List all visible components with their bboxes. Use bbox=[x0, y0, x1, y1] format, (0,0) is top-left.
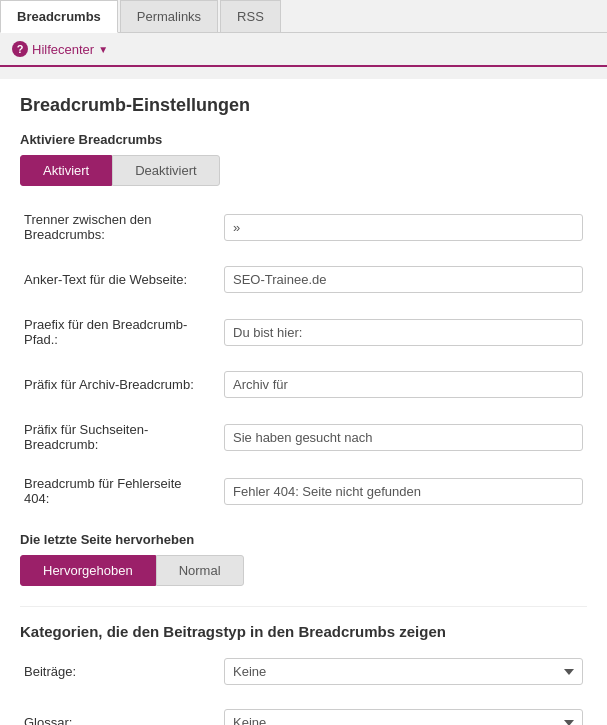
glossar-select[interactable]: Keine bbox=[224, 709, 583, 725]
categories-section: Kategorien, die den Beitragstyp in den B… bbox=[20, 606, 587, 725]
chevron-down-icon: ▼ bbox=[98, 44, 108, 55]
category-label-glossar: Glossar: bbox=[20, 703, 220, 725]
tab-permalinks[interactable]: Permalinks bbox=[120, 0, 218, 32]
highlight-label: Die letzte Seite hervorheben bbox=[20, 532, 587, 547]
activate-toggle-group: Aktiviert Deaktiviert bbox=[20, 155, 587, 186]
activate-off-button[interactable]: Deaktiviert bbox=[112, 155, 219, 186]
beitraege-select-wrapper: Keine bbox=[224, 658, 583, 685]
section-title: Breadcrumb-Einstellungen bbox=[20, 95, 587, 116]
accent-divider bbox=[0, 65, 607, 67]
highlight-toggle-group: Hervorgehoben Normal bbox=[20, 555, 587, 586]
table-row: Präfix für Suchseiten-Breadcrumb: bbox=[20, 416, 587, 458]
table-row: Glossar: Keine bbox=[20, 703, 587, 725]
activate-on-button[interactable]: Aktiviert bbox=[20, 155, 112, 186]
tabs-bar: Breadcrumbs Permalinks RSS bbox=[0, 0, 607, 33]
table-row: Präfix für Archiv-Breadcrumb: bbox=[20, 365, 587, 404]
table-row: Praefix für den Breadcrumb-Pfad.: bbox=[20, 311, 587, 353]
input-praefix-archiv[interactable] bbox=[224, 371, 583, 398]
beitraege-select[interactable]: Keine bbox=[224, 658, 583, 685]
question-icon: ? bbox=[12, 41, 28, 57]
input-anker[interactable] bbox=[224, 266, 583, 293]
tab-breadcrumbs[interactable]: Breadcrumbs bbox=[0, 0, 118, 33]
categories-table: Beiträge: Keine Glossar: Keine bbox=[20, 652, 587, 725]
help-center-bar[interactable]: ? Hilfecenter ▼ bbox=[0, 33, 607, 65]
activate-label: Aktiviere Breadcrumbs bbox=[20, 132, 587, 147]
tab-rss[interactable]: RSS bbox=[220, 0, 281, 32]
field-label-trenner: Trenner zwischen den Breadcrumbs: bbox=[20, 206, 220, 248]
table-row: Beiträge: Keine bbox=[20, 652, 587, 691]
help-label: Hilfecenter bbox=[32, 42, 94, 57]
field-label-anker: Anker-Text für die Webseite: bbox=[20, 260, 220, 299]
table-row: Anker-Text für die Webseite: bbox=[20, 260, 587, 299]
input-trenner[interactable] bbox=[224, 214, 583, 241]
highlight-on-button[interactable]: Hervorgehoben bbox=[20, 555, 156, 586]
input-praefix-pfad[interactable] bbox=[224, 319, 583, 346]
breadcrumb-fields-table: Trenner zwischen den Breadcrumbs: Anker-… bbox=[20, 206, 587, 512]
highlight-off-button[interactable]: Normal bbox=[156, 555, 244, 586]
highlight-section: Die letzte Seite hervorheben Hervorgehob… bbox=[20, 532, 587, 586]
main-content: Breadcrumb-Einstellungen Aktiviere Bread… bbox=[0, 79, 607, 725]
field-label-praefix-archiv: Präfix für Archiv-Breadcrumb: bbox=[20, 365, 220, 404]
input-404[interactable] bbox=[224, 478, 583, 505]
category-label-beitraege: Beiträge: bbox=[20, 652, 220, 691]
field-label-404: Breadcrumb für Fehlerseite 404: bbox=[20, 470, 220, 512]
input-praefix-suche[interactable] bbox=[224, 424, 583, 451]
field-label-praefix-pfad: Praefix für den Breadcrumb-Pfad.: bbox=[20, 311, 220, 353]
table-row: Trenner zwischen den Breadcrumbs: bbox=[20, 206, 587, 248]
field-label-praefix-suche: Präfix für Suchseiten-Breadcrumb: bbox=[20, 416, 220, 458]
glossar-select-wrapper: Keine bbox=[224, 709, 583, 725]
categories-title: Kategorien, die den Beitragstyp in den B… bbox=[20, 606, 587, 640]
table-row: Breadcrumb für Fehlerseite 404: bbox=[20, 470, 587, 512]
